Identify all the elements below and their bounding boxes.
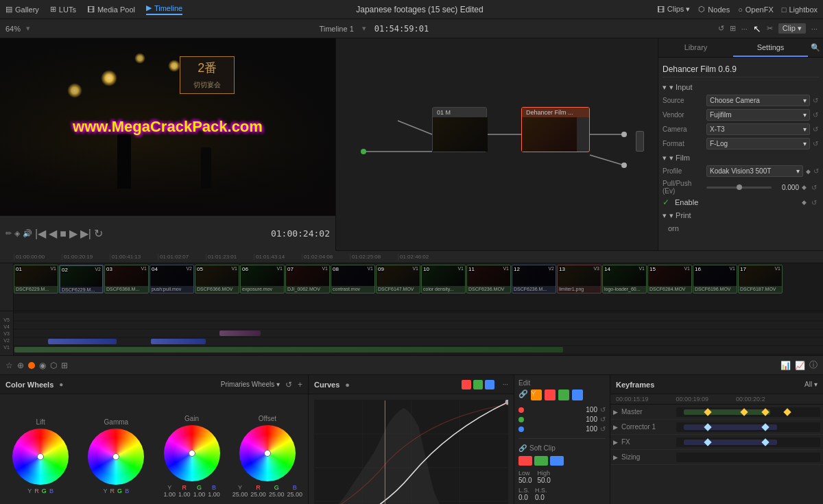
timeline-clip-05[interactable]: 05V1DSCF6366.MOV (195, 265, 239, 293)
vendor-dropdown[interactable]: Fujifilm ▾ (706, 109, 810, 121)
curves-canvas[interactable] (314, 400, 508, 504)
timeline-clip-03[interactable]: 03V1DSCF6368.M... (104, 265, 149, 293)
softclip-r-chip[interactable] (518, 456, 532, 466)
stop-icon[interactable]: ■ (60, 228, 67, 240)
format-reset[interactable]: ↺ (813, 140, 819, 147)
kf-expand-1[interactable]: ▶ (613, 409, 621, 416)
skip-start-icon[interactable]: |◀ (35, 227, 46, 240)
edit-g-reset[interactable]: ↺ (600, 416, 606, 423)
offset-wheel[interactable] (239, 425, 296, 481)
marker-icon[interactable]: ◈ (14, 229, 20, 238)
camera-reset[interactable]: ↺ (813, 125, 819, 133)
kf-expand-2[interactable]: ▶ (613, 424, 621, 431)
pull-push-slider[interactable] (706, 187, 772, 189)
color-tool-1[interactable]: ☆ (5, 361, 13, 370)
kf-expand-4[interactable]: ▶ (613, 454, 621, 461)
node-dehancer[interactable]: Dehancer Film ... (521, 107, 590, 152)
pull-push-keyframe[interactable]: ◆ (802, 184, 807, 191)
timeline-name-dropdown[interactable]: ▾ (362, 24, 366, 33)
openfx-nav[interactable]: ○ OpenFX (738, 5, 774, 14)
color-tool-3[interactable]: ◉ (39, 361, 46, 370)
color-tool-5[interactable]: ⊞ (61, 361, 68, 370)
timeline-clip-12[interactable]: 12V2DSCF6236.M... (512, 265, 556, 293)
print-section-header[interactable]: ▾ ▾ Print (663, 211, 819, 220)
lightbox-nav[interactable]: □ Lightbox (782, 5, 818, 14)
kf-expand-3[interactable]: ▶ (613, 439, 621, 446)
wheels-add-icon[interactable]: + (298, 380, 302, 389)
play-icon[interactable]: ▶ (69, 227, 77, 240)
timeline-clip-01[interactable]: 01V1DSCF6229.M... (14, 265, 58, 293)
skip-end-icon[interactable]: ▶| (80, 227, 91, 240)
input-section-header[interactable]: ▾ ▾ Input (663, 83, 819, 92)
softclip-g-chip[interactable] (534, 456, 548, 466)
blade-tool[interactable]: ✂ (767, 24, 773, 33)
profile-reset[interactable]: ↺ (813, 167, 819, 175)
lift-wheel[interactable] (12, 429, 69, 485)
gain-wheel[interactable] (164, 425, 220, 481)
timeline-clip-16[interactable]: 16V1DSCF6196.MOV (693, 265, 737, 293)
enable-reset[interactable]: ↺ (809, 199, 819, 206)
edit-r-chip[interactable] (545, 389, 556, 400)
color-tool-4[interactable]: ⬡ (50, 361, 57, 370)
timeline-clip-13[interactable]: 13V3limiter1.png (557, 265, 601, 293)
loop-icon[interactable]: ↻ (94, 227, 103, 240)
prev-frame-icon[interactable]: ◀ (49, 227, 57, 240)
undo-icon[interactable]: ↺ (718, 24, 724, 33)
profile-keyframe[interactable]: ◆ (806, 168, 811, 175)
wheels-reset-icon[interactable]: ↺ (285, 380, 292, 389)
enable-checkbox[interactable]: ✓ (663, 197, 669, 207)
format-dropdown[interactable]: F-Log ▾ (706, 138, 810, 149)
timeline-clip-15[interactable]: 15V1DSCF6284.MOV (647, 265, 692, 293)
kf-all-dropdown[interactable]: All ▾ (804, 381, 818, 388)
color-scope-icon[interactable]: 📊 (780, 361, 791, 370)
timeline-nav[interactable]: ▶ Timeline (146, 3, 182, 15)
gamma-wheel[interactable] (88, 429, 144, 485)
edit-r-reset[interactable]: ↺ (600, 406, 606, 413)
search-button[interactable]: 🔍 (808, 38, 823, 57)
curves-blue-chip[interactable] (485, 380, 494, 389)
color-info-icon[interactable]: ⓘ (809, 359, 818, 371)
color-tool-2[interactable]: ⊕ (17, 361, 24, 370)
softclip-b-chip[interactable] (550, 456, 564, 466)
curves-green-chip[interactable] (473, 380, 483, 389)
profile-dropdown[interactable]: Kodak Vision3 500T ▾ (706, 165, 803, 177)
source-reset[interactable]: ↺ (813, 97, 819, 104)
curves-red-chip[interactable] (462, 380, 471, 389)
zoom-dropdown[interactable]: ▾ (26, 24, 30, 33)
settings-tab[interactable]: Settings (733, 38, 808, 57)
more-options2-icon[interactable]: ··· (811, 25, 818, 33)
timeline-clip-14[interactable]: 14V1logo-loader_60... (602, 265, 647, 293)
pencil-icon[interactable]: ✏ (5, 229, 12, 238)
pull-push-reset[interactable]: ↺ (809, 184, 819, 191)
timeline-clip-09[interactable]: 09V1DSCF6147.MOV (376, 265, 420, 293)
source-dropdown[interactable]: Choose Camera ▾ (706, 95, 810, 106)
curves-more-icon[interactable]: ··· (503, 381, 508, 388)
sound-icon[interactable]: 🔊 (23, 229, 32, 238)
snapping-icon[interactable]: ⊞ (730, 24, 736, 33)
timeline-clip-11[interactable]: 11V1DSCF6236.MOV (466, 265, 511, 293)
primaries-wheels-dropdown[interactable]: Primaries Wheels ▾ (221, 381, 280, 388)
node-source[interactable]: 01 M (432, 107, 487, 152)
clips-nav[interactable]: 🎞 Clips ▾ (657, 5, 691, 14)
timeline-clip-10[interactable]: 10V1color density... (421, 265, 466, 293)
edit-b-reset[interactable]: ↺ (600, 425, 606, 433)
luts-nav[interactable]: ⊞ LUTs (50, 5, 76, 14)
edit-link-icon[interactable]: 🔗 (518, 389, 528, 400)
more-options-icon[interactable]: ··· (741, 25, 748, 33)
color-graph-icon[interactable]: 📈 (795, 361, 805, 370)
camera-dropdown[interactable]: X-T3 ▾ (706, 123, 810, 135)
vendor-reset[interactable]: ↺ (813, 111, 819, 119)
gallery-nav[interactable]: ▤ Gallery (5, 5, 39, 14)
timeline-clip-07[interactable]: 07V1DJI_0062.MOV (285, 265, 330, 293)
film-section-header[interactable]: ▾ ▾ Film (663, 154, 819, 163)
enable-keyframe[interactable]: ◆ (802, 199, 807, 206)
library-tab[interactable]: Library (658, 38, 733, 57)
edit-b-chip[interactable] (572, 389, 583, 400)
select-tool[interactable]: ↖ (753, 23, 761, 34)
media-pool-nav[interactable]: 🎞 Media Pool (87, 5, 135, 14)
timeline-clip-02[interactable]: 02V2DSCF6229.M... (59, 265, 104, 293)
timeline-clip-17[interactable]: 17V1DSCF6187.MOV (738, 265, 783, 293)
nodes-nav[interactable]: ⬡ Nodes (698, 5, 730, 14)
timeline-clip-04[interactable]: 04V2push:pull.mov (150, 265, 194, 293)
timeline-clip-06[interactable]: 06V1exposure.mov (240, 265, 285, 293)
